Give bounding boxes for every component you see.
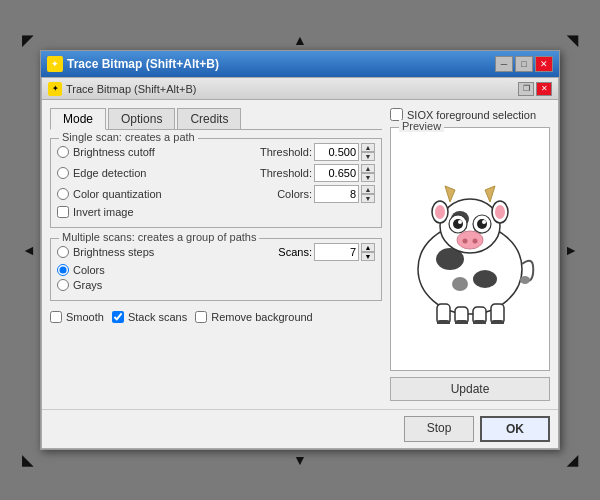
colors-spin-up[interactable]: ▲ [361, 185, 375, 194]
brightness-spin-down[interactable]: ▼ [361, 152, 375, 161]
title-bar-left: ✦ Trace Bitmap (Shift+Alt+B) [47, 56, 219, 72]
resize-bottomright-arrow[interactable]: ◢ [567, 452, 578, 468]
minimize-button[interactable]: ─ [495, 56, 513, 72]
svg-point-30 [520, 276, 530, 284]
brightness-threshold-group: Threshold: ▲ ▼ [260, 143, 375, 161]
dialog-controls: ❐ ✕ [518, 82, 552, 96]
dialog-icon: ✦ [48, 82, 62, 96]
window-wrapper: ▲ ▼ ◄ ► ◤ ◥ ◣ ◢ ✦ Trace Bitmap (Shift+Al… [40, 50, 560, 450]
scans-input[interactable] [314, 243, 359, 261]
remove-bg-label: Remove background [211, 311, 313, 323]
svg-point-14 [477, 219, 487, 229]
brightness-steps-radio[interactable] [57, 246, 69, 258]
main-window: ✦ Trace Bitmap (Shift+Alt+B) ─ □ ✕ ✦ Tra… [40, 50, 560, 450]
resize-topleft-arrow[interactable]: ◤ [22, 32, 33, 48]
remove-bg-row: Remove background [195, 311, 313, 323]
edge-spin-down[interactable]: ▼ [361, 173, 375, 182]
scans-spin-down[interactable]: ▼ [361, 252, 375, 261]
dialog-close-button[interactable]: ✕ [536, 82, 552, 96]
button-bar: Stop OK [42, 409, 558, 448]
svg-point-10 [495, 205, 505, 219]
resize-topright-arrow[interactable]: ◥ [567, 32, 578, 48]
edge-spin-up[interactable]: ▲ [361, 164, 375, 173]
colors-input[interactable] [314, 185, 359, 203]
brightness-cutoff-row: Brightness cutoff Threshold: ▲ ▼ [57, 143, 375, 161]
svg-point-16 [482, 220, 486, 224]
dialog: ✦ Trace Bitmap (Shift+Alt+B) ❐ ✕ Mode Op… [41, 77, 559, 449]
remove-bg-checkbox[interactable] [195, 311, 207, 323]
smooth-label: Smooth [66, 311, 104, 323]
svg-marker-21 [485, 186, 495, 202]
resize-left-arrow[interactable]: ◄ [22, 242, 36, 258]
resize-top-arrow[interactable]: ▲ [293, 32, 307, 48]
brightness-cutoff-label: Brightness cutoff [73, 146, 256, 158]
maximize-button[interactable]: □ [515, 56, 533, 72]
ok-button[interactable]: OK [480, 416, 550, 442]
title-bar: ✦ Trace Bitmap (Shift+Alt+B) ─ □ ✕ [41, 51, 559, 77]
edge-threshold-input[interactable] [314, 164, 359, 182]
right-panel: SIOX foreground selection Preview [390, 108, 550, 401]
brightness-steps-row: Brightness steps Scans: ▲ ▼ [57, 243, 375, 261]
smooth-checkbox[interactable] [50, 311, 62, 323]
svg-point-3 [452, 277, 468, 291]
svg-marker-20 [445, 186, 455, 202]
svg-point-18 [463, 239, 468, 244]
invert-checkbox[interactable] [57, 206, 69, 218]
edge-detection-label: Edge detection [73, 167, 256, 179]
left-panel: Mode Options Credits Single scan: create… [50, 108, 382, 401]
tab-options[interactable]: Options [108, 108, 175, 129]
resize-bottom-arrow[interactable]: ▼ [293, 452, 307, 468]
brightness-cutoff-radio[interactable] [57, 146, 69, 158]
edge-detection-row: Edge detection Threshold: ▲ ▼ [57, 164, 375, 182]
close-button[interactable]: ✕ [535, 56, 553, 72]
svg-rect-29 [491, 320, 504, 324]
color-quantization-radio[interactable] [57, 188, 69, 200]
scans-spin-buttons: ▲ ▼ [361, 243, 375, 261]
colors-radio-row: Colors [57, 264, 375, 276]
siox-label: SIOX foreground selection [407, 109, 536, 121]
preview-box: Preview [390, 127, 550, 371]
color-quantization-row: Color quantization Colors: ▲ ▼ [57, 185, 375, 203]
colors-spin-down[interactable]: ▼ [361, 194, 375, 203]
brightness-threshold-input[interactable] [314, 143, 359, 161]
svg-rect-28 [473, 320, 486, 324]
svg-point-2 [473, 270, 497, 288]
colors-radio[interactable] [57, 264, 69, 276]
colors-threshold-group: Colors: ▲ ▼ [277, 185, 375, 203]
brightness-threshold-label: Threshold: [260, 146, 312, 158]
scans-group: Scans: ▲ ▼ [278, 243, 375, 261]
invert-label: Invert image [73, 206, 134, 218]
stop-button[interactable]: Stop [404, 416, 474, 442]
grays-radio[interactable] [57, 279, 69, 291]
resize-bottomleft-arrow[interactable]: ◣ [22, 452, 33, 468]
dialog-title: Trace Bitmap (Shift+Alt+B) [66, 83, 196, 95]
preview-label: Preview [399, 120, 444, 132]
edge-spin-buttons: ▲ ▼ [361, 164, 375, 182]
stack-scans-checkbox[interactable] [112, 311, 124, 323]
invert-row: Invert image [57, 206, 375, 218]
edge-detection-radio[interactable] [57, 167, 69, 179]
smooth-row: Smooth [50, 311, 104, 323]
brightness-steps-label: Brightness steps [73, 246, 274, 258]
tab-mode[interactable]: Mode [50, 108, 106, 130]
svg-point-19 [473, 239, 478, 244]
edge-threshold-group: Threshold: ▲ ▼ [260, 164, 375, 182]
resize-right-arrow[interactable]: ► [564, 242, 578, 258]
colors-radio-label: Colors [73, 264, 375, 276]
svg-rect-27 [455, 320, 468, 324]
svg-point-17 [457, 231, 483, 249]
cow-preview [405, 164, 535, 334]
dialog-restore-button[interactable]: ❐ [518, 82, 534, 96]
edge-threshold-label: Threshold: [260, 167, 312, 179]
dialog-titlebar: ✦ Trace Bitmap (Shift+Alt+B) ❐ ✕ [42, 78, 558, 100]
single-scan-section: Single scan: creates a path Brightness c… [50, 138, 382, 228]
tab-credits[interactable]: Credits [177, 108, 241, 129]
brightness-spin-up[interactable]: ▲ [361, 143, 375, 152]
grays-radio-row: Grays [57, 279, 375, 291]
window-controls: ─ □ ✕ [495, 56, 553, 72]
scans-spin-up[interactable]: ▲ [361, 243, 375, 252]
svg-point-9 [435, 205, 445, 219]
brightness-spin-buttons: ▲ ▼ [361, 143, 375, 161]
update-button[interactable]: Update [390, 377, 550, 401]
stack-scans-row: Stack scans [112, 311, 187, 323]
